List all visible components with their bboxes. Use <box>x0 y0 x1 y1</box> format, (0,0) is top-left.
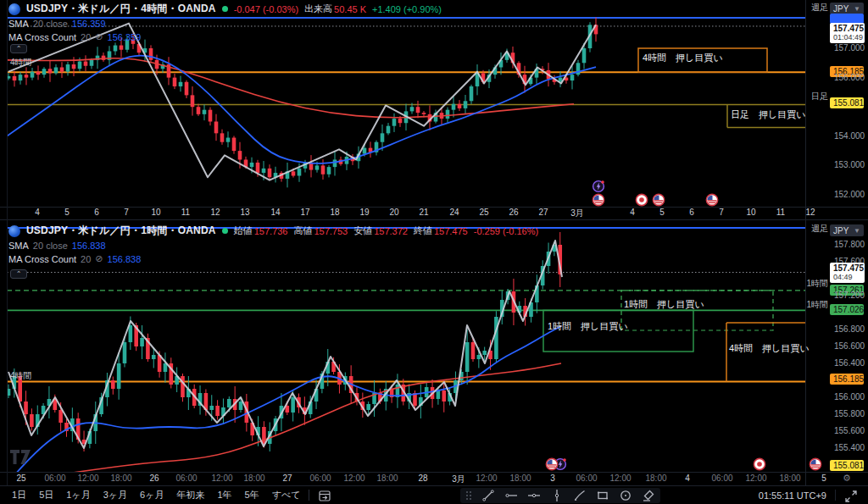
time-axis-label: 4 <box>685 474 690 483</box>
legend-sma-top[interactable]: SMA 20 close 156.359 <box>8 19 106 29</box>
drawing-toolbar <box>460 488 660 503</box>
volume-change: +1.409 (+0.90%) <box>372 4 442 14</box>
go-to-date-icon[interactable] <box>318 489 331 502</box>
ohlc-change: -0.259 (-0.16%) <box>474 226 538 236</box>
weekly-line-title: 週足 <box>811 223 828 235</box>
range-button-年初来[interactable]: 年初来 <box>176 489 204 501</box>
low-value: 157.372 <box>374 226 408 236</box>
time-axis-label: 18:00 <box>645 474 666 483</box>
clock-display: 01:55:11 UTC+9 <box>759 490 826 501</box>
range-button-すべて[interactable]: すべて <box>272 489 301 501</box>
vertical-line-icon[interactable] <box>550 489 564 502</box>
time-axis-settings-icon[interactable]: ⚙ <box>843 473 851 484</box>
range-button-3ヶ月[interactable]: 3ヶ月 <box>103 489 127 501</box>
collapse-pane-button[interactable]: ⌃ <box>10 269 27 279</box>
high-value: 157.753 <box>314 226 348 236</box>
price-tick-label: 156.600 <box>834 341 865 351</box>
time-axis-label: 6 <box>94 208 99 217</box>
event-icon-us-flag[interactable] <box>809 457 822 471</box>
horizontal-line-icon[interactable] <box>527 489 541 502</box>
maximize-icon[interactable] <box>844 490 858 503</box>
time-axis-label: 21 <box>419 208 428 217</box>
drag-handle[interactable] <box>465 490 472 501</box>
time-axis-label: 18:00 <box>243 474 264 483</box>
divider <box>0 472 868 473</box>
macross-value: 156.838 <box>108 254 142 264</box>
sma-label: SMA <box>8 19 29 29</box>
event-icon-us-flag[interactable] <box>592 193 605 207</box>
range-button-6ヶ月[interactable]: 6ヶ月 <box>140 489 164 501</box>
macross-params: 20 <box>81 32 91 42</box>
trend-line-icon[interactable] <box>481 489 495 502</box>
low-label: 安値 <box>353 224 372 237</box>
event-icon-us-flag[interactable] <box>545 457 559 471</box>
brush-icon[interactable] <box>573 489 587 502</box>
currency-dropdown[interactable]: JPY ▼ <box>830 3 864 14</box>
sma-value: 156.359 <box>72 19 106 29</box>
range-button-5年[interactable]: 5年 <box>245 489 259 501</box>
time-axis-label: 4 <box>630 208 635 217</box>
collapse-pane-button[interactable]: ⌃ <box>10 44 27 53</box>
annotation-1h-buy-solid[interactable]: 1時間 押し目買い <box>548 320 628 333</box>
bar-countdown: 04:49 <box>833 273 865 282</box>
open-value: 157.736 <box>254 226 288 236</box>
time-axis-label: 26 <box>509 208 518 217</box>
macross-value: 156.359 <box>108 32 142 42</box>
sma-params: 20 close <box>33 241 68 251</box>
divider <box>835 490 836 501</box>
annotation-4h-buy[interactable]: 4時間 押し目買い <box>643 52 723 64</box>
event-icon-jp-flag[interactable] <box>635 193 648 207</box>
event-icon-us-flag[interactable] <box>652 193 665 207</box>
eraser-icon[interactable] <box>642 489 655 502</box>
ray-line-icon[interactable] <box>504 489 518 502</box>
time-axis-label: 11 <box>776 208 785 217</box>
divider <box>7 0 8 485</box>
macross-params: 20 <box>81 254 91 264</box>
legend-macross-bottom[interactable]: MA Cross Count 20 ⊘ 156.838 <box>8 253 141 264</box>
time-axis-label: 11 <box>181 208 190 217</box>
daily-line-title: 日足 <box>811 91 828 102</box>
close-value: 157.475 <box>434 226 468 236</box>
event-icon-bolt[interactable] <box>592 180 605 193</box>
chevron-down-icon: ▼ <box>854 227 860 235</box>
price-tick-label: 157.000 <box>834 43 865 53</box>
ellipse-icon[interactable] <box>619 489 632 502</box>
current-price-label: 157.475 01:04:49 <box>830 23 865 43</box>
tradingview-logo[interactable] <box>10 450 34 464</box>
time-axis-label: 12:00 <box>211 474 232 483</box>
time-axis-label: 7 <box>719 208 724 217</box>
legend-sma-bottom[interactable]: SMA 20 close 156.838 <box>8 241 106 251</box>
hidden-icon[interactable]: ⊘ <box>95 253 103 264</box>
hidden-icon[interactable]: ⊘ <box>95 31 103 42</box>
legend-macross-top[interactable]: MA Cross Count 20 ⊘ 156.359 <box>8 31 141 42</box>
market-status-icon <box>222 6 228 12</box>
time-axis-label: 26 <box>149 474 159 483</box>
event-icon-us-flag[interactable] <box>705 193 719 207</box>
sma-label: SMA <box>8 241 29 251</box>
range-button-5日[interactable]: 5日 <box>39 489 53 501</box>
trading-chart-app: USDJPY・米ドル／円・4時間・OANDA -0.047 (-0.03%) 出… <box>0 0 868 504</box>
symbol-title[interactable]: USDJPY・米ドル／円・1時間・OANDA <box>26 224 216 238</box>
range-button-1ヶ月[interactable]: 1ヶ月 <box>66 489 90 501</box>
annotation-1h-buy-dashed[interactable]: 1時間 押し目買い <box>624 298 704 311</box>
time-axis-label: 4 <box>35 208 40 217</box>
event-icon-jp-flag[interactable] <box>753 457 766 471</box>
chart-canvas[interactable] <box>0 0 868 504</box>
currency-dropdown[interactable]: JPY ▼ <box>830 224 864 236</box>
price-axis-border[interactable] <box>805 0 806 485</box>
level-label-yellow: 155.081 <box>830 460 864 471</box>
divider <box>309 490 309 501</box>
time-axis-label: 12:00 <box>476 474 497 483</box>
symbol-title[interactable]: USDJPY・米ドル／円・4時間・OANDA <box>26 2 216 16</box>
annotation-daily-buy[interactable]: 日足 押し目買い <box>731 108 806 121</box>
range-button-1日[interactable]: 1日 <box>12 489 26 501</box>
time-axis-label: 3月 <box>570 208 584 219</box>
rectangle-icon[interactable] <box>596 489 609 502</box>
time-axis-label: 06:00 <box>175 474 197 483</box>
time-axis-label: 5 <box>64 208 70 217</box>
range-button-1年[interactable]: 1年 <box>217 489 231 501</box>
time-axis-label: 06:00 <box>44 474 65 483</box>
time-axis-label: 12:00 <box>745 474 766 483</box>
pane-divider[interactable] <box>0 219 868 220</box>
annotation-4h-buy[interactable]: 4時間 押し目買い <box>729 342 810 355</box>
